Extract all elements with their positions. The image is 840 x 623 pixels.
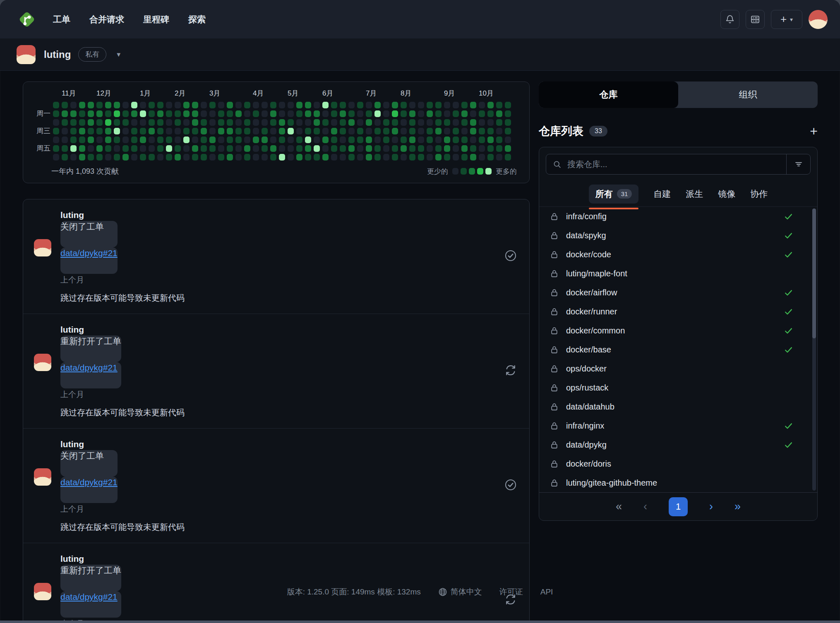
repo-name-link[interactable]: docker/common [566,326,625,335]
repo-list-item[interactable]: infra/config [539,207,817,226]
heatmap-cell [209,137,216,143]
add-repo-button[interactable]: + [810,125,818,138]
actor-avatar[interactable] [34,468,51,486]
heatmap-cell [166,102,172,108]
user-avatar[interactable] [809,10,828,29]
activity-link[interactable]: data/dpykg#21 [60,247,118,274]
repo-name-link[interactable]: ops/docker [566,364,607,374]
actor-name[interactable]: luting [60,439,84,449]
repo-list-item[interactable]: data/dpykg [539,435,817,454]
heatmap-cell [505,119,511,126]
repo-list-item[interactable]: docker/base [539,340,817,359]
heatmap-cell [262,119,268,126]
heatmap-cell [409,154,415,161]
repo-list-item[interactable]: data/datahub [539,397,817,416]
heatmap-cell [392,154,398,161]
activity-entry: luting关闭了工单data/dpykg#21上个月跳过存在版本可能导致未更新… [23,429,529,543]
repo-search-input[interactable] [567,160,786,169]
repo-name-link[interactable]: infra/config [566,212,607,221]
repo-list-item[interactable]: docker/doris [539,454,817,473]
heatmap-cell [383,102,389,108]
heatmap-cell [253,145,259,152]
repo-name-link[interactable]: luting/maple-font [566,269,627,278]
activity-link[interactable]: data/dpykg#21 [60,362,121,388]
actor-avatar[interactable] [34,239,51,256]
repo-list-item[interactable]: ops/docker [539,359,817,378]
actor-avatar[interactable] [34,354,51,371]
navbar: 工单合并请求里程碑探索 [0,0,840,38]
repo-filter-镜像[interactable]: 镜像 [718,188,735,200]
repo-name-link[interactable]: data/dpykg [566,440,607,450]
activity-feed: luting关闭了工单data/dpykg#21上个月跳过存在版本可能导致未更新… [23,199,530,623]
profile-dropdown-caret[interactable]: ▼ [115,51,122,58]
activity-link[interactable]: data/dpykg#21 [60,477,118,503]
repo-name-link[interactable]: docker/doris [566,459,611,469]
repo-filter-自建[interactable]: 自建 [653,188,671,200]
repo-list-item[interactable]: luting/maple-font [539,264,817,283]
pagination-first-button[interactable]: « [616,501,622,512]
heatmap-cell [218,119,224,126]
pagination-current-page[interactable]: 1 [669,497,688,516]
nav-item-explore[interactable]: 探索 [188,14,206,25]
repo-name-link[interactable]: luting/gitea-github-theme [566,478,657,488]
legend-less-label: 更少的 [427,167,448,176]
nav-item-milestones[interactable]: 里程碑 [143,14,169,25]
pagination-prev-button[interactable]: ‹ [643,501,647,512]
heatmap-cell [96,145,103,152]
heatmap-cell [427,145,433,152]
profile-avatar[interactable] [17,45,36,64]
tab-organizations[interactable]: 组织 [678,81,818,108]
heatmap-cell [322,137,329,143]
repo-filter-button[interactable] [786,154,810,174]
admin-panel-button[interactable] [746,10,765,29]
actor-name[interactable]: luting [60,554,84,563]
heatmap-cell [235,137,242,143]
pagination-last-button[interactable]: » [734,501,741,512]
repo-name-link[interactable]: docker/runner [566,307,617,316]
heatmap-cell [192,145,198,152]
repo-name-link[interactable]: docker/code [566,250,611,259]
pagination-next-button[interactable]: › [709,501,713,512]
footer-language-link[interactable]: 简体中文 [438,587,482,597]
notifications-button[interactable] [720,10,739,29]
heatmap-cell [201,154,207,161]
repo-name-link[interactable]: infra/nginx [566,421,604,431]
repo-list-item[interactable]: ops/rustack [539,378,817,397]
heatmap-cell [105,145,111,152]
repo-list-item[interactable]: docker/code [539,245,817,264]
repo-name-link[interactable]: docker/base [566,345,611,355]
create-new-button[interactable]: + ▾ [771,10,802,29]
heatmap-cell [253,119,259,126]
tab-repositories[interactable]: 仓库 [539,81,678,108]
heatmap-cell [418,128,424,134]
check-icon [784,421,793,431]
repo-list-item[interactable]: luting/gitea-github-theme [539,473,817,492]
repo-list-item[interactable]: data/spykg [539,226,817,245]
repo-name-link[interactable]: docker/airflow [566,288,617,297]
gitea-logo-icon[interactable] [17,9,37,30]
repo-filter-协作[interactable]: 协作 [750,188,768,200]
repo-filter-派生[interactable]: 派生 [686,188,703,200]
repo-list-item[interactable]: docker/common [539,321,817,340]
repo-list-item[interactable]: docker/runner [539,302,817,321]
heatmap-cell [357,102,363,108]
heatmap-weekday-label: 周一 [36,110,50,117]
repo-name-link[interactable]: data/datahub [566,402,614,412]
repo-name-link[interactable]: data/spykg [566,231,606,240]
actor-name[interactable]: luting [60,325,84,334]
heatmap-cell [427,137,433,143]
repo-list-item[interactable]: infra/nginx [539,416,817,435]
nav-item-issues[interactable]: 工单 [53,14,70,25]
nav-item-pull-requests[interactable]: 合并请求 [89,14,124,25]
heatmap-cell [505,154,511,161]
repo-name-link[interactable]: ops/rustack [566,383,608,393]
lock-icon [550,307,559,316]
repo-list-item[interactable]: docker/airflow [539,283,817,302]
repo-list-scrollbar[interactable] [812,208,816,491]
actor-name[interactable]: luting [60,210,84,220]
repo-filter-all[interactable]: 所有31 [589,185,639,204]
footer-license-link[interactable]: 许可证 [499,587,523,597]
heatmap-cell [348,128,355,134]
footer-api-link[interactable]: API [540,587,553,597]
heatmap-cell [296,128,302,134]
